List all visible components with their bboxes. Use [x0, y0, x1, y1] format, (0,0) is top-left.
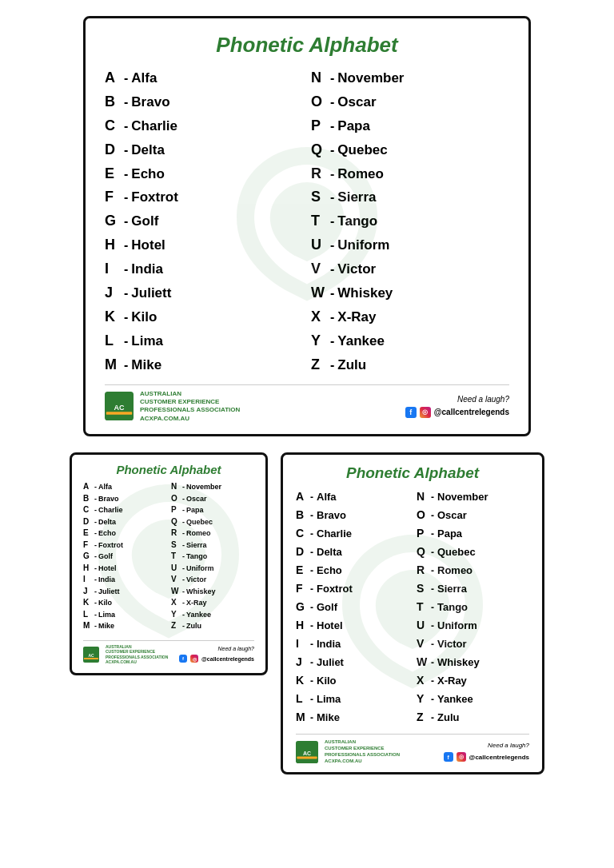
alpha-dash: -	[431, 490, 434, 504]
list-item: H - Hotel	[105, 234, 303, 257]
alpha-dash: -	[310, 637, 313, 651]
svg-rect-2	[106, 412, 132, 416]
alpha-letter: A	[83, 481, 93, 493]
list-item: F - Foxtrot	[296, 580, 409, 597]
alpha-word: Papa	[186, 505, 204, 516]
alpha-dash: -	[124, 188, 128, 208]
alpha-letter: K	[105, 306, 122, 328]
alpha-dash: -	[124, 165, 128, 185]
alpha-letter: J	[83, 586, 93, 598]
alpha-word: India	[98, 575, 115, 585]
alpha-letter: E	[105, 163, 122, 185]
alpha-letter: Y	[171, 609, 181, 621]
alpha-letter: K	[83, 597, 93, 609]
alpha-letter: O	[171, 493, 181, 505]
alpha-dash: -	[182, 517, 185, 528]
alpha-letter: W	[171, 586, 181, 598]
svg-text:AC: AC	[114, 404, 125, 412]
list-item: D - Delta	[296, 543, 409, 560]
svg-rect-8	[297, 756, 317, 759]
list-item: K - Kilo	[105, 306, 303, 328]
alphabet-grid-medium: A - AlfaN - NovemberB - BravoO - OscarC …	[296, 488, 529, 726]
alpha-letter: Z	[171, 620, 181, 632]
alpha-word: Hotel	[131, 235, 165, 256]
alpha-word: Charlie	[317, 526, 352, 542]
list-item: U - Uniform	[171, 563, 254, 575]
alpha-dash: -	[94, 482, 97, 492]
list-item: G - Golf	[83, 551, 166, 563]
list-item: Q - Quebec	[311, 139, 509, 161]
card-small-title: Phonetic Alphabet	[83, 463, 254, 476]
alpha-letter: G	[83, 551, 93, 563]
list-item: Z - Zulu	[171, 620, 254, 632]
alpha-dash: -	[94, 528, 97, 539]
alpha-dash: -	[182, 494, 185, 504]
alpha-letter: E	[296, 562, 309, 579]
alpha-letter: D	[83, 516, 93, 528]
alpha-letter: F	[83, 540, 93, 551]
list-item: S - Sierra	[311, 186, 509, 209]
list-item: W - Whiskey	[417, 654, 529, 671]
list-item: B - Bravo	[105, 91, 303, 113]
list-item: E - Echo	[83, 528, 166, 540]
facebook-icon: f	[405, 407, 417, 418]
alpha-word: Tango	[186, 551, 207, 562]
list-item: K - Kilo	[296, 672, 409, 689]
card-medium: Phonetic Alphabet A - AlfaN - NovemberB …	[281, 452, 544, 774]
alpha-dash: -	[330, 188, 334, 208]
alpha-letter: L	[105, 330, 122, 352]
list-item: D - Delta	[83, 516, 166, 528]
alpha-word: India	[317, 636, 341, 652]
list-item: J - Juliett	[105, 282, 303, 305]
alpha-word: Hotel	[317, 618, 343, 634]
alpha-letter: R	[311, 163, 329, 185]
alpha-word: Bravo	[98, 494, 119, 504]
footer-right-small: Need a laugh? f ◎ @callcentrelegends	[179, 646, 254, 663]
alpha-dash: -	[431, 545, 434, 559]
list-item: P - Papa	[171, 504, 254, 516]
alpha-word: Bravo	[131, 92, 169, 113]
alpha-word: Victor	[437, 636, 467, 652]
facebook-small-icon: f	[179, 655, 187, 663]
alpha-word: Sierra	[186, 540, 207, 551]
footer-laugh-text: Need a laugh?	[405, 395, 509, 404]
alpha-dash: -	[124, 284, 128, 304]
list-item: T - Tango	[311, 210, 509, 233]
list-item: G - Golf	[296, 599, 409, 615]
footer-right-medium: Need a laugh? f ◎ @callcentrelegends	[444, 742, 529, 762]
alpha-letter: H	[83, 563, 93, 575]
alpha-word: India	[131, 259, 163, 280]
list-item: O - Oscar	[171, 493, 254, 505]
alpha-word: Yankee	[337, 331, 385, 352]
alpha-dash: -	[94, 540, 97, 551]
alpha-word: Foxtrot	[131, 187, 178, 208]
alpha-dash: -	[431, 637, 434, 651]
instagram-icon: ◎	[420, 407, 431, 418]
svg-rect-5	[84, 658, 98, 659]
footer-logo-medium: AC AUSTRALIAN CUSTOMER EXPERIENCE PROFES…	[296, 739, 400, 764]
alpha-word: Juliett	[131, 283, 171, 304]
alpha-letter: I	[83, 574, 93, 586]
list-item: D - Delta	[105, 139, 303, 161]
footer-laugh-medium: Need a laugh?	[444, 742, 529, 749]
alpha-letter: V	[417, 635, 429, 652]
alpha-word: Papa	[337, 116, 370, 137]
alpha-letter: C	[83, 504, 93, 516]
card-small: Phonetic Alphabet A - AlfaN - NovemberB …	[70, 452, 268, 675]
alpha-letter: H	[296, 617, 309, 634]
list-item: F - Foxtrot	[83, 540, 166, 551]
alpha-word: Golf	[98, 551, 113, 562]
alpha-dash: -	[330, 165, 334, 185]
alpha-word: Kilo	[131, 307, 157, 328]
alpha-letter: E	[83, 528, 93, 540]
footer-org-text: AUSTRALIAN CUSTOMER EXPERIENCE PROFESSIO…	[140, 390, 240, 424]
list-item: H - Hotel	[296, 617, 409, 634]
alpha-letter: W	[417, 654, 429, 671]
list-item: I - India	[83, 574, 166, 586]
footer-right: Need a laugh? f ◎ @callcentrelegends	[405, 395, 509, 418]
alpha-letter: F	[105, 186, 122, 209]
alpha-letter: S	[417, 580, 429, 597]
svg-text:AC: AC	[88, 653, 94, 658]
alpha-word: Romeo	[186, 528, 211, 539]
alpha-dash: -	[310, 674, 313, 688]
